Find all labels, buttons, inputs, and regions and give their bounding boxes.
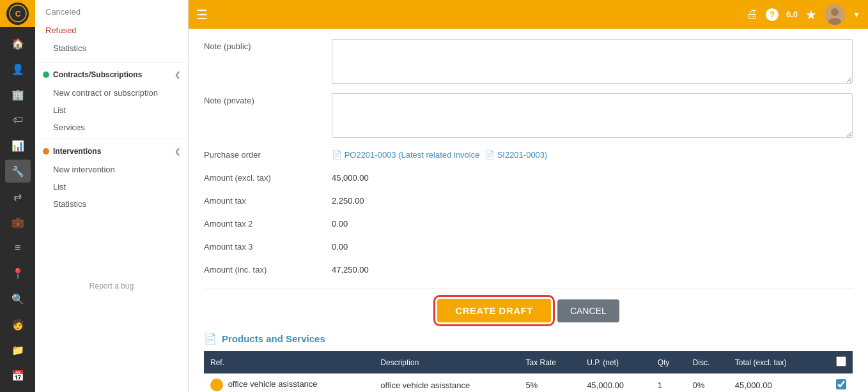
note-private-input-wrap — [332, 93, 853, 140]
sidebar-item-new-intervention[interactable]: New intervention — [35, 161, 188, 178]
layers-icon[interactable]: ≡ — [5, 236, 31, 259]
user-dropdown-icon[interactable]: ▼ — [853, 10, 860, 19]
tag-icon[interactable]: 🏷 — [5, 109, 31, 132]
cancel-button[interactable]: CANCEL — [557, 299, 619, 322]
amount-tax-label: Amount tax — [204, 193, 332, 206]
purchase-order-label: Purchase order — [204, 147, 332, 160]
row-tax-rate: 5% — [519, 373, 580, 392]
svg-point-3 — [831, 8, 839, 16]
sidebar-item-contracts-list[interactable]: List — [35, 102, 188, 119]
sidebar-item-statistics-top[interactable]: Statistics — [35, 40, 188, 57]
contracts-arrow: ❮ — [174, 71, 180, 79]
col-description: Description — [374, 351, 519, 373]
products-section-header: 📄 Products and Services — [204, 333, 853, 345]
row-service-icon — [210, 379, 223, 391]
amount-tax3-label: Amount tax 3 — [204, 239, 332, 252]
note-public-label: Note (public) — [204, 39, 332, 51]
chart-icon[interactable]: 📊 — [5, 134, 31, 157]
sidebar-item-canceled[interactable]: Canceled — [35, 3, 188, 21]
building-icon[interactable]: 🏢 — [5, 83, 31, 106]
sidebar-item-statistics-bottom[interactable]: Statistics — [35, 195, 188, 213]
col-tax-rate: Tax Rate — [519, 351, 580, 373]
hamburger-menu-icon[interactable]: ☰ — [196, 7, 208, 22]
products-table-header-row: Ref. Description Tax Rate U.P. (net) Qty… — [204, 351, 853, 373]
table-row: office vehicle asisstance office vehicle… — [204, 373, 853, 392]
amount-tax3-value: 0.00 — [332, 239, 853, 252]
nav-icons: 🏠 👤 🏢 🏷 📊 🔧 ⇄ 💼 ≡ 📍 🔍 🧑 📁 📅 — [0, 27, 35, 392]
person-icon[interactable]: 🧑 — [5, 313, 31, 336]
briefcase-icon[interactable]: 💼 — [5, 211, 31, 234]
purchase-order-link2[interactable]: SI2201-0003) — [497, 150, 548, 160]
logo-area[interactable]: C — [0, 0, 35, 27]
row-total: 45,000.00 — [729, 373, 820, 392]
row-description: office vehicle asisstance — [374, 373, 519, 392]
sidebar-item-refused[interactable]: Refused — [35, 21, 188, 40]
interventions-section-header[interactable]: Interventions ❮ — [35, 142, 188, 161]
note-public-input[interactable] — [332, 39, 853, 84]
divider-form — [204, 288, 853, 289]
products-section-icon: 📄 — [204, 333, 217, 345]
amount-tax2-value: 0.00 — [332, 216, 853, 229]
row-qty: 1 — [651, 373, 686, 392]
note-public-row: Note (public) — [204, 39, 853, 86]
star-icon[interactable]: ★ — [805, 7, 817, 22]
col-qty: Qty — [651, 351, 686, 373]
sidebar-item-interventions-list[interactable]: List — [35, 178, 188, 195]
tools-icon[interactable]: 🔧 — [5, 160, 31, 183]
amount-excl-tax-label: Amount (excl. tax) — [204, 170, 332, 183]
folder-icon[interactable]: 📁 — [5, 338, 31, 361]
main-wrapper: ☰ 🖨 ? 6.0 ★ ▼ Note (public) — [189, 0, 868, 392]
topbar: ☰ 🖨 ? 6.0 ★ ▼ — [189, 0, 868, 29]
row-ref: office vehicle asisstance — [204, 373, 374, 392]
select-all-checkbox[interactable] — [836, 356, 846, 366]
contracts-section-header[interactable]: Contracts/Subscriptions ❮ — [35, 65, 188, 84]
home-icon[interactable]: 🏠 — [5, 32, 31, 55]
app-logo: C — [6, 3, 29, 25]
col-ref: Ref. — [204, 351, 374, 373]
amount-tax2-row: Amount tax 2 0.00 — [204, 216, 853, 234]
topbar-right: 🖨 ? 6.0 ★ ▼ — [747, 4, 860, 25]
amount-inc-tax-value: 47,250.00 — [332, 262, 853, 275]
search-icon[interactable]: 🔍 — [5, 287, 31, 310]
note-private-row: Note (private) — [204, 93, 853, 140]
row-up-net: 45,000.00 — [580, 373, 651, 392]
purchase-order-link1[interactable]: PO2201-0003 (Latest related invoice — [345, 150, 480, 160]
col-total: Total (excl. tax) — [729, 351, 820, 373]
interventions-section-label: Interventions — [53, 147, 101, 156]
sidebar-item-new-contract[interactable]: New contract or subscription — [35, 84, 188, 102]
amount-excl-tax-value: 45,000.00 — [332, 170, 853, 183]
calendar-icon[interactable]: 📅 — [5, 364, 31, 387]
report-bug-link[interactable]: Report a bug — [35, 276, 188, 296]
sidebar-item-services[interactable]: Services — [35, 119, 188, 136]
divider-2 — [35, 139, 188, 139]
divider-1 — [35, 62, 188, 63]
amount-tax2-label: Amount tax 2 — [204, 216, 332, 229]
print-icon[interactable]: 🖨 — [747, 8, 758, 21]
row-checkbox[interactable] — [836, 379, 846, 389]
amount-tax3-row: Amount tax 3 0.00 — [204, 239, 853, 257]
products-table: Ref. Description Tax Rate U.P. (net) Qty… — [204, 351, 853, 392]
amount-inc-tax-label: Amount (inc. tax) — [204, 262, 332, 275]
interventions-dot — [43, 148, 49, 155]
create-draft-button[interactable]: CREATE DRAFT — [437, 299, 551, 322]
products-table-body: office vehicle asisstance office vehicle… — [204, 373, 853, 392]
svg-text:C: C — [15, 10, 20, 19]
row-checkbox-cell[interactable] — [820, 373, 853, 392]
col-up-net: U.P. (net) — [580, 351, 651, 373]
po-doc-icon: 📄 — [332, 150, 342, 160]
map-icon[interactable]: 📍 — [5, 262, 31, 285]
row-disc: 0% — [686, 373, 729, 392]
icon-bar: C 🏠 👤 🏢 🏷 📊 🔧 ⇄ 💼 ≡ 📍 🔍 🧑 📁 📅 — [0, 0, 35, 392]
interventions-arrow: ❮ — [174, 147, 180, 156]
user-avatar[interactable] — [825, 4, 845, 25]
col-checkbox-header[interactable] — [820, 351, 853, 373]
user-icon[interactable]: 👤 — [5, 57, 31, 80]
amount-tax-value: 2,250.00 — [332, 193, 853, 206]
exchange-icon[interactable]: ⇄ — [5, 185, 31, 208]
amount-inc-tax-row: Amount (inc. tax) 47,250.00 — [204, 262, 853, 280]
purchase-order-row: Purchase order 📄 PO2201-0003 (Latest rel… — [204, 147, 853, 165]
help-icon[interactable]: ? — [766, 8, 779, 21]
note-private-input[interactable] — [332, 93, 853, 138]
contracts-section-label: Contracts/Subscriptions — [53, 70, 142, 79]
note-private-label: Note (private) — [204, 93, 332, 105]
